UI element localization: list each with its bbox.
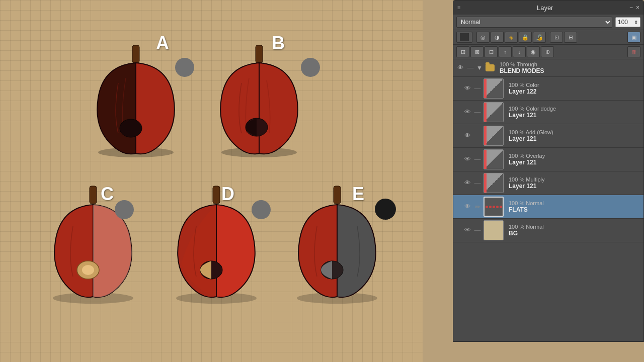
circle-d bbox=[252, 200, 271, 219]
layer-name-2: Layer 121 bbox=[509, 135, 640, 142]
layer-info-2: 100 % Add (Glow) Layer 121 bbox=[506, 129, 640, 142]
tool-btn-select1[interactable]: ⊡ bbox=[550, 32, 563, 43]
layer-info-6: 100 % Normal BG bbox=[506, 224, 640, 237]
eye-icon-0[interactable]: 👁 bbox=[463, 84, 471, 93]
circle-b bbox=[301, 58, 320, 77]
circle-e bbox=[375, 199, 396, 220]
tool-btn-group[interactable]: ⊠ bbox=[470, 46, 484, 57]
layer-item-1[interactable]: 👁 — 100 % Color dodge Layer 121 bbox=[453, 101, 643, 124]
layer-info-5: 100 % Normal FLATS bbox=[506, 200, 640, 213]
dash-3: — bbox=[473, 155, 481, 163]
apple-e bbox=[284, 184, 390, 306]
pen-icon-5[interactable]: ✏ bbox=[473, 203, 481, 211]
layer-info-0: 100 % Color Layer 122 bbox=[506, 82, 640, 95]
layer-thumb-2 bbox=[484, 126, 504, 146]
layer-group-blend-modes[interactable]: 👁 — ▼ 100 % Through BLEND MODES bbox=[453, 59, 643, 77]
eye-icon-4[interactable]: 👁 bbox=[463, 179, 471, 187]
layer-name-1: Layer 121 bbox=[509, 112, 640, 119]
svg-rect-15 bbox=[334, 186, 341, 204]
tool-btn-select2[interactable]: ⊟ bbox=[564, 32, 577, 43]
layer-name-0: Layer 122 bbox=[509, 88, 640, 95]
layer-item-2[interactable]: 👁 — 100 % Add (Glow) Layer 121 bbox=[453, 124, 643, 148]
minimize-button[interactable]: − bbox=[629, 4, 633, 11]
layers-list: 👁 — ▼ 100 % Through BLEND MODES 👁 — 100 … bbox=[453, 59, 643, 242]
layer-name-4: Layer 121 bbox=[509, 183, 640, 190]
dash-6: — bbox=[473, 226, 481, 234]
apple-d bbox=[166, 184, 267, 306]
dash-2: — bbox=[473, 132, 481, 140]
eye-icon-group[interactable]: 👁 bbox=[456, 64, 464, 72]
layer-blend-3: 100 % Overlay bbox=[509, 153, 640, 159]
dash-4: — bbox=[473, 179, 481, 187]
layer-item-3[interactable]: 👁 — 100 % Overlay Layer 121 bbox=[453, 148, 643, 171]
tool-btn-new-layer[interactable]: ⊞ bbox=[456, 46, 469, 57]
eye-icon-1[interactable]: 👁 bbox=[463, 108, 471, 116]
tool-btn-copy[interactable]: ⊟ bbox=[485, 46, 498, 57]
group-blend: 100 % Through bbox=[500, 61, 640, 67]
layer-info-1: 100 % Color dodge Layer 121 bbox=[506, 106, 640, 119]
opacity-input[interactable]: 100 ⬍ bbox=[615, 17, 640, 27]
tool-btn-lock[interactable]: 🔒 bbox=[519, 32, 532, 43]
layer-item-5[interactable]: 👁 ✏ 100 % Normal FLATS bbox=[453, 195, 643, 219]
layer-blend-6: 100 % Normal bbox=[509, 224, 640, 230]
eye-icon-3[interactable]: 👁 bbox=[463, 155, 471, 163]
layer-thumb-3 bbox=[484, 149, 504, 169]
flats-thumb bbox=[485, 198, 503, 216]
tool-btn-view[interactable]: ▣ bbox=[627, 32, 640, 43]
layer-thumb-5 bbox=[484, 197, 504, 217]
svg-point-3 bbox=[120, 119, 142, 137]
tool-btn-color[interactable]: ◈ bbox=[505, 32, 518, 43]
circle-c bbox=[115, 200, 134, 219]
layer-name-5: FLATS bbox=[509, 206, 640, 213]
layer-blend-2: 100 % Add (Glow) bbox=[509, 129, 640, 135]
layer-info-4: 100 % Multiply Layer 121 bbox=[506, 176, 640, 190]
folder-icon bbox=[486, 64, 495, 71]
tool-btn-flatten[interactable]: ⊕ bbox=[541, 46, 554, 57]
tool-btn-down[interactable]: ↓ bbox=[513, 46, 526, 57]
layer-item-6[interactable]: 👁 — 100 % Normal BG bbox=[453, 219, 643, 242]
dash-0: — bbox=[473, 84, 481, 93]
layer-blend-1: 100 % Color dodge bbox=[509, 106, 640, 112]
tool-btn-circle[interactable]: ◎ bbox=[476, 32, 490, 43]
svg-rect-5 bbox=[256, 45, 263, 63]
panel-title-icons: − × bbox=[629, 4, 639, 11]
svg-rect-1 bbox=[132, 45, 139, 63]
layer-blend-0: 100 % Color bbox=[509, 82, 640, 88]
color-swatch-black[interactable] bbox=[456, 32, 472, 43]
group-info: 100 % Through BLEND MODES bbox=[497, 61, 640, 74]
tool-btn-delete[interactable]: 🗑 bbox=[627, 46, 640, 57]
tool-btn-lock2[interactable]: 🔏 bbox=[533, 32, 546, 43]
blend-mode-row: Normal 100 ⬍ bbox=[453, 15, 643, 30]
expand-arrow[interactable]: ▼ bbox=[476, 64, 482, 71]
panel-title: Layer bbox=[460, 4, 629, 12]
layer-thumb-4 bbox=[484, 173, 504, 193]
eye-icon-2[interactable]: 👁 bbox=[463, 132, 471, 140]
layer-thumb-6 bbox=[484, 220, 504, 240]
panel-titlebar: ≡ Layer − × bbox=[453, 1, 643, 15]
blend-mode-select[interactable]: Normal bbox=[456, 17, 612, 28]
eye-icon-6[interactable]: 👁 bbox=[463, 226, 471, 234]
group-name: BLEND MODES bbox=[500, 67, 640, 74]
layer-thumb-0 bbox=[484, 78, 504, 99]
layer-blend-5: 100 % Normal bbox=[509, 200, 640, 206]
dash-1: — bbox=[473, 108, 481, 116]
layer-item-0[interactable]: 👁 — 100 % Color Layer 122 bbox=[453, 77, 643, 101]
tool-btn-up[interactable]: ↑ bbox=[499, 46, 512, 57]
apple-b bbox=[211, 43, 307, 160]
layer-panel: ≡ Layer − × Normal 100 ⬍ ◎ ◑ ◈ 🔒 🔏 ⊡ ⊟ ▣ bbox=[453, 0, 644, 342]
svg-rect-8 bbox=[90, 186, 97, 204]
layer-blend-4: 100 % Multiply bbox=[509, 176, 640, 183]
layer-item-4[interactable]: 👁 — 100 % Multiply Layer 121 bbox=[453, 171, 643, 195]
svg-rect-12 bbox=[213, 186, 220, 204]
tool-btn-half[interactable]: ◑ bbox=[491, 32, 504, 43]
close-button[interactable]: × bbox=[636, 4, 639, 11]
group-dash: — bbox=[466, 64, 474, 72]
circle-a bbox=[175, 58, 194, 77]
eye-icon-5[interactable]: 👁 bbox=[463, 203, 471, 211]
layer-thumb-1 bbox=[484, 102, 504, 122]
toolbar-row-1: ◎ ◑ ◈ 🔒 🔏 ⊡ ⊟ ▣ bbox=[453, 30, 643, 45]
tool-btn-merge[interactable]: ◉ bbox=[527, 46, 540, 57]
layer-info-3: 100 % Overlay Layer 121 bbox=[506, 153, 640, 166]
canvas-area: A B C D E bbox=[0, 0, 423, 362]
svg-point-10 bbox=[82, 265, 94, 275]
